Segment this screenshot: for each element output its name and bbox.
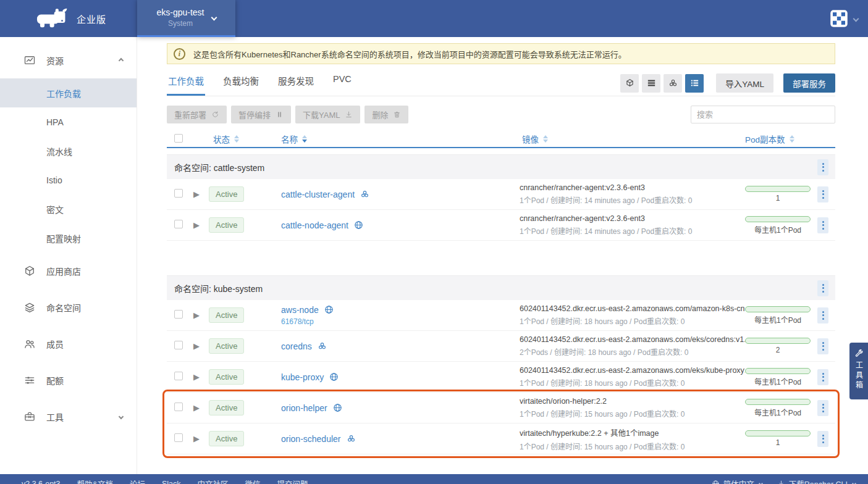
footer-language-selector[interactable]: 简体中文 [712, 478, 762, 484]
cube-view-button[interactable] [620, 74, 639, 93]
sidebar-item-label: HPA [46, 117, 64, 127]
cluster-project-selector[interactable]: eks-gpu-test System [137, 0, 235, 37]
table-row: ▶Activecattle-cluster-agentcnrancher/ran… [167, 179, 835, 210]
import-yaml-button[interactable]: 导入YAML [716, 73, 773, 93]
row-menu-button[interactable] [817, 186, 828, 202]
footer-link[interactable]: 提交问题 [277, 478, 308, 484]
cluster-apps-icon[interactable] [830, 9, 848, 28]
row-checkbox[interactable] [174, 189, 183, 198]
row-menu-button[interactable] [817, 400, 828, 416]
column-header-scale[interactable]: Pod副本数 [745, 133, 785, 145]
row-checkbox[interactable] [174, 341, 183, 349]
redeploy-icon [211, 111, 219, 119]
row-checkbox[interactable] [174, 403, 183, 411]
pod-scale-label: 每主机1个Pod [754, 376, 801, 386]
bulk-action-redeploy-button[interactable]: 重新部署 [167, 106, 227, 123]
footer-link[interactable]: Slack [162, 478, 181, 484]
sidebar-item-流水线[interactable]: 流水线 [0, 136, 137, 165]
footer-link[interactable]: 微信 [245, 478, 261, 484]
sidebar-toolbox-icon [23, 411, 36, 423]
workload-name-link[interactable]: cattle-cluster-agent [281, 189, 507, 199]
chevron-down-icon [852, 482, 856, 484]
row-menu-button[interactable] [817, 217, 828, 233]
group-menu-button[interactable] [817, 159, 828, 175]
workload-name: orion-scheduler [281, 434, 341, 444]
stack-view-button[interactable] [642, 74, 660, 93]
sidebar-group-成员[interactable]: 成员 [0, 325, 137, 362]
expand-row-icon[interactable]: ▶ [193, 403, 200, 412]
sidebar-group-工具[interactable]: 工具 [0, 398, 137, 435]
state-badge: Active [209, 400, 244, 415]
warning-text: 这是包含所有Kubernetes和Rancher系统命名空间的系统项目，修改当前… [193, 48, 626, 60]
state-badge: Active [209, 338, 244, 354]
group-menu-button[interactable] [817, 280, 828, 296]
bulk-action-trash-button[interactable]: 删除 [364, 106, 408, 123]
sidebar-item-label: Istio [46, 175, 62, 185]
sidebar-item-配置映射[interactable]: 配置映射 [0, 223, 137, 252]
expand-row-icon[interactable]: ▶ [193, 311, 200, 320]
row-menu-button[interactable] [817, 338, 828, 354]
sidebar-group-配额[interactable]: 配额 [0, 362, 137, 398]
helm-view-button[interactable] [664, 74, 682, 93]
sort-icon[interactable] [543, 135, 548, 143]
row-checkbox[interactable] [174, 310, 183, 319]
select-all-checkbox[interactable] [174, 134, 183, 143]
bulk-action-download-button[interactable]: 下载YAML [295, 106, 360, 123]
expand-row-icon[interactable]: ▶ [193, 434, 200, 443]
sidebar-item-HPA[interactable]: HPA [0, 107, 137, 136]
row-menu-button[interactable] [817, 307, 828, 323]
toolbox-tab[interactable]: 工具箱 [849, 343, 868, 399]
sidebar-item-Istio[interactable]: Istio [0, 165, 137, 194]
footer-link[interactable]: 中文社区 [197, 478, 228, 484]
sort-icon[interactable] [234, 135, 239, 143]
sidebar-group-label: 成员 [46, 338, 123, 350]
sort-icon-active[interactable] [302, 135, 307, 143]
workload-port-link[interactable]: 61678/tcp [281, 317, 507, 326]
top-navbar: 企业版 eks-gpu-test System [0, 0, 868, 37]
footer-links-right: 简体中文下载Rancher CLI [712, 478, 856, 484]
workload-name-link[interactable]: cattle-node-agent [281, 220, 507, 230]
deploy-service-button[interactable]: 部署服务 [783, 73, 835, 93]
namespace-group-label: 命名空间: kube-system [174, 282, 263, 294]
row-menu-button[interactable] [817, 369, 828, 385]
sidebar-group-应用商店[interactable]: 应用商店 [0, 252, 137, 289]
sidebar-group-资源[interactable]: 资源 [0, 42, 137, 78]
tab-负载均衡[interactable]: 负载均衡 [222, 74, 260, 96]
info-icon: i [174, 48, 185, 60]
expand-row-icon[interactable]: ▶ [193, 372, 200, 382]
row-checkbox[interactable] [174, 220, 183, 228]
row-checkbox[interactable] [174, 433, 183, 442]
footer-link[interactable]: 论坛 [130, 478, 145, 484]
expand-row-icon[interactable]: ▶ [193, 341, 200, 351]
image-name: virtaitech/hyperkube:2.2 + 其他1个image [520, 427, 745, 438]
bulk-action-label: 重新部署 [174, 109, 206, 120]
workload-name-link[interactable]: orion-scheduler [281, 433, 507, 444]
footer-download-cli[interactable]: 下载Rancher CLI [777, 478, 856, 484]
list-view-button[interactable] [685, 74, 704, 93]
sidebar-item-工作负载[interactable]: 工作负载 [0, 78, 137, 107]
workload-name-link[interactable]: aws-node [281, 304, 507, 315]
sidebar-item-label: 工作负载 [46, 87, 81, 99]
workload-name: kube-proxy [281, 372, 324, 382]
sidebar-item-密文[interactable]: 密文 [0, 194, 137, 223]
column-header-name[interactable]: 名称 [281, 133, 298, 145]
expand-row-icon[interactable]: ▶ [193, 190, 200, 199]
sort-icon[interactable] [790, 135, 794, 143]
workload-name-link[interactable]: kube-proxy [281, 372, 507, 382]
row-checkbox[interactable] [174, 372, 183, 380]
workload-name-link[interactable]: orion-helper [281, 403, 507, 413]
column-header-image[interactable]: 镜像 [522, 133, 539, 145]
workload-name-link[interactable]: coredns [281, 341, 507, 351]
chevron-down-icon[interactable] [853, 15, 859, 22]
tab-服务发现[interactable]: 服务发现 [277, 74, 315, 96]
tab-PVC[interactable]: PVC [332, 74, 353, 96]
sidebar-group-命名空间[interactable]: 命名空间 [0, 289, 137, 325]
bulk-action-pause-button[interactable]: 暂停编排 [231, 106, 291, 123]
footer-link[interactable]: 帮助&文档 [77, 478, 113, 484]
column-header-state[interactable]: 状态 [213, 133, 230, 145]
search-input[interactable] [691, 106, 835, 123]
pod-scale-bar [745, 368, 811, 374]
row-menu-button[interactable] [817, 431, 828, 447]
expand-row-icon[interactable]: ▶ [193, 220, 200, 230]
tab-工作负载[interactable]: 工作负载 [167, 74, 205, 96]
